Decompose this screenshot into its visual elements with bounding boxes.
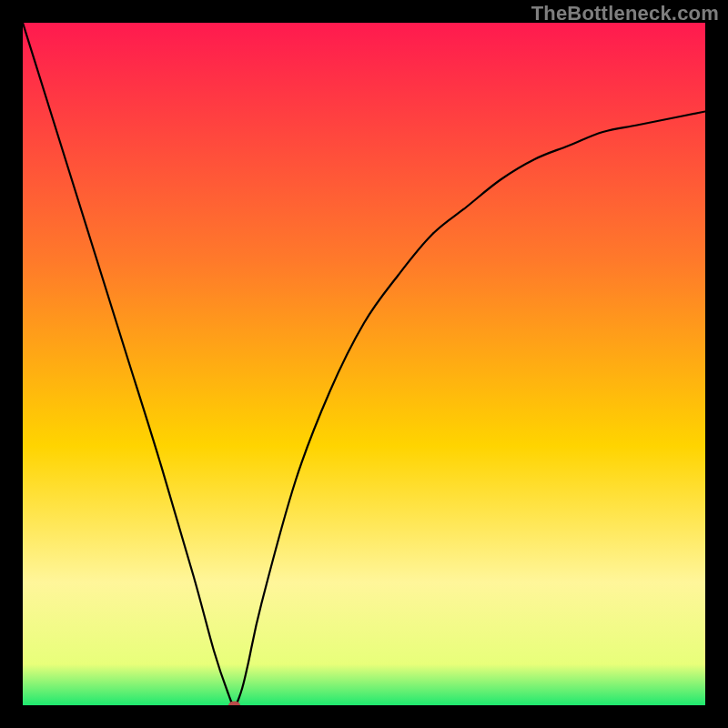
plot-svg xyxy=(23,23,705,705)
gradient-background xyxy=(23,23,705,705)
minimum-marker xyxy=(228,702,239,705)
chart-frame: TheBottleneck.com xyxy=(0,0,728,728)
plot-area xyxy=(23,23,705,705)
